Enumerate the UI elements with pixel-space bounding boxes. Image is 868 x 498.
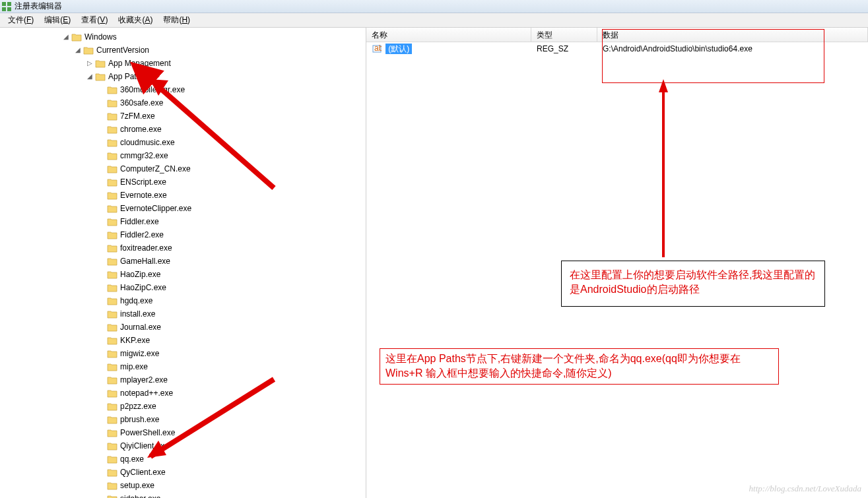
tree-leaf[interactable]: 360safe.exe: [0, 96, 366, 109]
folder-icon: [107, 494, 117, 498]
tree-panel[interactable]: ◢ Windows ◢ CurrentVersion ▷ App Managem…: [0, 28, 366, 498]
tree-leaf[interactable]: HaoZip.exe: [0, 268, 366, 281]
collapse-icon[interactable]: ◢: [74, 46, 82, 54]
expand-icon[interactable]: ▷: [86, 59, 94, 67]
title-bar: 注册表编辑器: [0, 0, 868, 13]
tree-leaf[interactable]: chrome.exe: [0, 123, 366, 136]
folder-icon: [107, 428, 117, 437]
folder-icon: [107, 138, 117, 147]
watermark: http://blog.csdn.net/LoveXudada: [749, 483, 861, 494]
column-header-name[interactable]: 名称: [366, 28, 531, 42]
folder-icon: [107, 125, 117, 134]
window-title: 注册表编辑器: [15, 1, 62, 12]
folder-icon: [83, 46, 94, 55]
tree-leaf[interactable]: PowerShell.exe: [0, 426, 366, 439]
collapse-icon[interactable]: ◢: [62, 33, 70, 41]
tree-leaf[interactable]: hgdq.exe: [0, 294, 366, 307]
list-row[interactable]: ab (默认) REG_SZ G:\Android\AndroidStudio\…: [366, 42, 868, 55]
app-icon: [1, 1, 12, 12]
tree-leaf[interactable]: 7zFM.exe: [0, 109, 366, 123]
svg-rect-1: [7, 2, 11, 6]
column-header-data[interactable]: 数据: [597, 28, 868, 42]
folder-icon: [107, 191, 117, 200]
tree-leaf[interactable]: migwiz.exe: [0, 347, 366, 360]
menu-view[interactable]: 查看(V): [76, 13, 113, 27]
tree-leaf[interactable]: Fiddler2.exe: [0, 228, 366, 241]
tree-leaf[interactable]: 360mobilemgr.exe: [0, 83, 366, 96]
value-type-cell: REG_SZ: [531, 44, 597, 54]
tree-leaf[interactable]: p2pzz.exe: [0, 400, 366, 413]
folder-icon: [107, 349, 117, 358]
tree-leaf[interactable]: Journal.exe: [0, 321, 366, 334]
folder-icon: [107, 402, 117, 411]
tree-leaf[interactable]: cloudmusic.exe: [0, 136, 366, 149]
folder-icon: [107, 362, 117, 371]
tree-leaf[interactable]: pbrush.exe: [0, 413, 366, 426]
tree-leaf[interactable]: QiyiClient.exe: [0, 439, 366, 452]
folder-icon: [95, 72, 106, 81]
value-data-cell: G:\Android\AndroidStudio\bin\studio64.ex…: [597, 44, 868, 54]
tree-leaf[interactable]: GameHall.exe: [0, 255, 366, 268]
value-name-cell: ab (默认): [366, 43, 531, 55]
folder-icon: [107, 85, 117, 94]
tree-leaf[interactable]: QyClient.exe: [0, 466, 366, 479]
tree-leaf[interactable]: sidebar.exe: [0, 492, 366, 498]
tree-leaf[interactable]: mplayer2.exe: [0, 373, 366, 387]
tree-leaf[interactable]: mip.exe: [0, 360, 366, 373]
tree-leaf[interactable]: cmmgr32.exe: [0, 149, 366, 162]
folder-icon: [107, 98, 117, 108]
tree-node-app-paths[interactable]: ◢ App Paths: [0, 70, 366, 83]
folder-icon: [107, 336, 117, 345]
folder-icon: [107, 243, 117, 253]
folder-icon: [107, 375, 117, 385]
svg-rect-0: [2, 2, 6, 6]
folder-icon: [71, 32, 82, 42]
tree-leaf[interactable]: setup.exe: [0, 479, 366, 492]
folder-icon: [107, 309, 117, 319]
tree-leaf[interactable]: ENScript.exe: [0, 175, 366, 189]
string-value-icon: ab: [372, 44, 382, 54]
menu-file[interactable]: 文件(F): [3, 13, 39, 27]
tree-node-currentversion[interactable]: ◢ CurrentVersion: [0, 44, 366, 57]
svg-text:ab: ab: [374, 44, 382, 53]
tree-leaf[interactable]: Evernote.exe: [0, 189, 366, 202]
folder-icon: [107, 468, 117, 477]
folder-icon: [107, 283, 117, 292]
folder-icon: [107, 177, 117, 187]
main-area: ◢ Windows ◢ CurrentVersion ▷ App Managem…: [0, 28, 868, 498]
folder-icon: [107, 164, 117, 173]
tree-leaf[interactable]: HaoZipC.exe: [0, 281, 366, 294]
menu-edit[interactable]: 编辑(E): [39, 13, 76, 27]
folder-icon: [107, 270, 117, 279]
folder-icon: [107, 296, 117, 305]
tree-leaf[interactable]: KKP.exe: [0, 334, 366, 347]
list-header: 名称 类型 数据: [366, 28, 868, 42]
collapse-icon[interactable]: ◢: [86, 73, 94, 80]
folder-icon: [107, 454, 117, 464]
folder-icon: [107, 111, 117, 121]
tree-leaf[interactable]: install.exe: [0, 307, 366, 321]
tree-leaf[interactable]: qq.exe: [0, 452, 366, 466]
tree-leaf[interactable]: notepad++.exe: [0, 387, 366, 400]
folder-icon: [107, 481, 117, 490]
folder-icon: [107, 415, 117, 424]
tree-leaf[interactable]: foxitreader.exe: [0, 241, 366, 255]
column-header-type[interactable]: 类型: [531, 28, 597, 42]
folder-icon: [107, 389, 117, 398]
tree-node-windows[interactable]: ◢ Windows: [0, 30, 366, 44]
folder-icon: [107, 204, 117, 213]
folder-icon: [107, 230, 117, 239]
tree-leaf[interactable]: EvernoteClipper.exe: [0, 202, 366, 215]
folder-icon: [107, 323, 117, 332]
tree-leaf[interactable]: Fiddler.exe: [0, 215, 366, 228]
tree-leaf[interactable]: ComputerZ_CN.exe: [0, 162, 366, 175]
folder-icon: [107, 441, 117, 451]
menu-favorites[interactable]: 收藏夹(A): [113, 13, 158, 27]
folder-icon: [95, 59, 106, 68]
folder-icon: [107, 217, 117, 226]
list-panel: 名称 类型 数据 ab (默认) REG_SZ G:\Android\Andro…: [366, 28, 868, 498]
svg-rect-2: [2, 7, 6, 11]
menu-help[interactable]: 帮助(H): [158, 13, 195, 27]
tree-node-app-management[interactable]: ▷ App Management: [0, 57, 366, 70]
svg-rect-3: [7, 7, 11, 11]
